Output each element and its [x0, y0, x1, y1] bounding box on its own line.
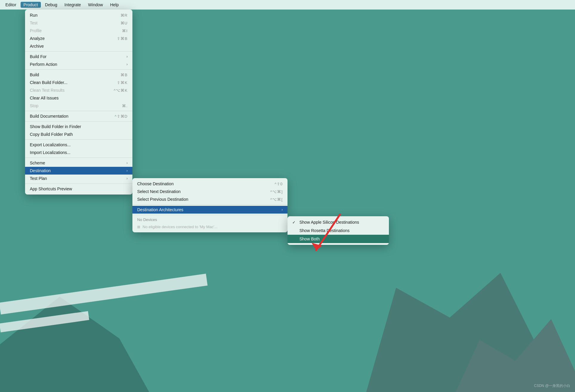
- menu-item-clear-all-issues[interactable]: Clear All Issues: [25, 94, 132, 102]
- separator-5: [25, 139, 132, 140]
- menu-item-build[interactable]: Build ⌘B: [25, 71, 132, 79]
- menu-item-app-shortcuts-preview[interactable]: App Shortcuts Preview: [25, 185, 132, 193]
- menu-item-copy-build-folder-path[interactable]: Copy Build Folder Path: [25, 130, 132, 138]
- menu-item-build-for[interactable]: Build For ›: [25, 53, 132, 60]
- menu-item-destination[interactable]: Destination ›: [25, 167, 132, 175]
- separator-6: [25, 158, 132, 158]
- separator-2: [25, 69, 132, 70]
- menu-item-test[interactable]: Test ⌘U: [25, 19, 132, 27]
- white-stripe-1: [0, 274, 208, 315]
- submenu2-show-both[interactable]: Show Both: [288, 235, 389, 243]
- product-menu: Run ⌘R Test ⌘U Profile ⌘I Analyze ⇧⌘B Ar…: [25, 10, 132, 195]
- submenu1-destination-architectures[interactable]: Destination Architectures ›: [132, 206, 288, 214]
- menu-item-scheme[interactable]: Scheme ›: [25, 159, 132, 167]
- submenu1-sep-2: [132, 215, 288, 215]
- menubar-item-help[interactable]: Help: [107, 2, 122, 8]
- menubar-item-integrate[interactable]: Integrate: [61, 2, 84, 8]
- menu-item-analyze[interactable]: Analyze ⇧⌘B: [25, 35, 132, 42]
- watermark: CSDN @一身黑的小白: [534, 383, 570, 388]
- submenu2-show-apple-silicon[interactable]: ✓ Show Apple Silicon Destinations: [288, 218, 389, 226]
- submenu1-sep-1: [132, 204, 288, 205]
- destination-submenu: Choose Destination ^⇧0 Select Next Desti…: [132, 178, 288, 232]
- separator-4: [25, 121, 132, 122]
- menu-item-clean-build-folder[interactable]: Clean Build Folder... ⇧⌘K: [25, 79, 132, 86]
- menubar: Editor Product Debug Integrate Window He…: [0, 0, 575, 10]
- menubar-item-editor[interactable]: Editor: [2, 2, 19, 8]
- menu-item-build-documentation[interactable]: Build Documentation ^⇧⌘D: [25, 112, 132, 120]
- menu-item-run[interactable]: Run ⌘R: [25, 11, 132, 19]
- menu-item-import-localizations[interactable]: Import Localizations...: [25, 149, 132, 156]
- separator-1: [25, 51, 132, 52]
- submenu1-no-devices-header: No Devices: [132, 216, 288, 223]
- submenu2-show-rosetta[interactable]: Show Rosetta Destinations: [288, 226, 389, 235]
- menu-item-profile[interactable]: Profile ⌘I: [25, 27, 132, 35]
- menu-item-archive[interactable]: Archive: [25, 42, 132, 50]
- submenu1-no-eligible-devices: ⊠ No eligible devices connected to 'My M…: [132, 223, 288, 231]
- menu-item-perform-action[interactable]: Perform Action ›: [25, 60, 132, 68]
- menu-item-show-build-folder[interactable]: Show Build Folder in Finder: [25, 123, 132, 130]
- menu-item-clean-test-results[interactable]: Clean Test Results ^⌥⌘K: [25, 86, 132, 94]
- submenu1-choose-destination[interactable]: Choose Destination ^⇧0: [132, 180, 288, 188]
- submenu1-select-previous[interactable]: Select Previous Destination ^⌥⌘[: [132, 195, 288, 203]
- separator-3: [25, 111, 132, 111]
- separator-7: [25, 183, 132, 184]
- menubar-item-debug[interactable]: Debug: [42, 2, 60, 8]
- menu-item-test-plan[interactable]: Test Plan ›: [25, 175, 132, 182]
- menu-item-export-localizations[interactable]: Export Localizations...: [25, 141, 132, 149]
- menubar-item-product[interactable]: Product: [21, 2, 41, 8]
- submenu1-select-next[interactable]: Select Next Destination ^⌥⌘]: [132, 188, 288, 195]
- device-icon: ⊠: [137, 225, 140, 229]
- menu-item-stop[interactable]: Stop ⌘.: [25, 102, 132, 110]
- menubar-item-window[interactable]: Window: [85, 2, 106, 8]
- architectures-submenu: ✓ Show Apple Silicon Destinations Show R…: [288, 216, 389, 245]
